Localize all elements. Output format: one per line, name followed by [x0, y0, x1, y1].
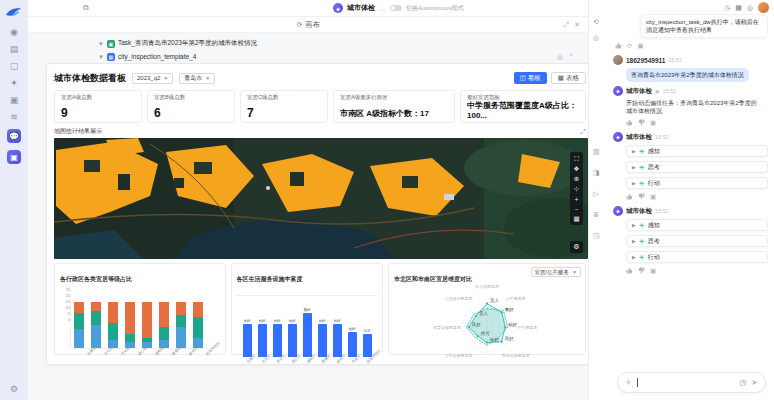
list-tool-icon[interactable]: ≣ [593, 211, 600, 219]
kanban-label: 看板 [528, 74, 541, 83]
collapse-panel-icon[interactable]: ⧉ [83, 3, 89, 13]
thumb-down-icon[interactable] [638, 119, 645, 126]
sidebar-item-agents[interactable]: ▤ [10, 44, 19, 54]
thumb-up-icon[interactable] [626, 119, 633, 126]
user-profile-avatar[interactable] [758, 2, 769, 13]
map-controls[interactable]: ⛶ ❖ ⊕ ⊹ ＋ － ▦ [570, 152, 583, 225]
table-view-button[interactable]: ▦ 表格 [551, 72, 586, 84]
apps-icon[interactable]: ▦ [735, 4, 742, 12]
stacked-bar[interactable] [142, 302, 152, 348]
collapse-icon[interactable]: ⌃ [568, 53, 574, 61]
zoom-out-icon[interactable]: － [573, 204, 580, 213]
thumb-up-icon[interactable] [615, 42, 622, 49]
chevron-down-icon[interactable]: ▼ [98, 54, 104, 60]
sidebar-item-tools[interactable]: ▢ [10, 61, 19, 71]
sidebar-app-tile-2[interactable]: ▣ [7, 150, 21, 164]
stacked-bar[interactable] [193, 302, 203, 348]
bar[interactable]: 最好 [303, 313, 312, 357]
layers-icon[interactable]: ❖ [574, 164, 580, 173]
stacked-bar[interactable] [74, 302, 84, 348]
task-title: Task_查询青岛市2023年第2季度的城市体检情况 [118, 39, 257, 48]
y-axis: 2520151050 [64, 288, 71, 322]
bar[interactable]: 良好 [258, 324, 267, 357]
expand-canvas-icon[interactable]: ⤢ [564, 21, 570, 29]
chat-input[interactable]: ✧ ◷ ➤ [617, 372, 766, 393]
sidebar-item-people[interactable]: ✦ [10, 78, 18, 88]
copy-icon[interactable]: ▣ [637, 42, 643, 49]
thumb-up-icon[interactable] [626, 193, 633, 200]
mode-toggle[interactable] [390, 5, 402, 11]
bar[interactable]: 良好 [318, 324, 327, 357]
chevron-down-icon[interactable]: ▼ [98, 41, 104, 47]
more-options-icon[interactable]: … [379, 5, 386, 12]
run-tool-icon[interactable]: ▷ [593, 190, 600, 198]
stat-value: 7 [247, 107, 321, 119]
settings-gear-icon[interactable]: ⚙ [0, 384, 28, 394]
pin-tool-icon[interactable]: ◨ [593, 169, 600, 177]
kanban-view-button[interactable]: ◫ 看板 [514, 72, 547, 84]
retry-icon[interactable]: ⟳ [627, 42, 632, 49]
thumb-down-icon[interactable] [638, 193, 645, 200]
stacked-bar[interactable] [159, 302, 169, 348]
phone-icon[interactable]: ◷ [724, 4, 730, 12]
bar[interactable]: 尚可 [363, 334, 372, 357]
bar[interactable]: 良好 [273, 324, 282, 357]
map-settings-icon[interactable]: ⚙ [570, 241, 583, 253]
stacked-bar[interactable] [108, 302, 118, 348]
chat-message-list[interactable]: city_inspection_task_dw执行中，请稍后在消息通知中查看执行… [613, 14, 768, 368]
fullscreen-icon[interactable]: ⛶ [574, 154, 579, 163]
step-think[interactable]: ▶ ✳ 思考 [626, 235, 768, 247]
bar[interactable]: 良好 [243, 324, 252, 357]
step-act[interactable]: ▶ ✳ 行动 [626, 177, 768, 189]
stat-card: 最好宜居指标 中学服务范围覆盖度A级占比：100... [460, 90, 586, 123]
map-view[interactable]: ⛶ ❖ ⊕ ⊹ ＋ － ▦ ⚙ [54, 138, 588, 259]
zoom-in-icon[interactable]: ＋ [573, 194, 580, 203]
dashboard-card: 城市体检数据看板 2023_q2 ▼ 青岛市 ▼ ◫ 看板 [46, 63, 588, 365]
step-perceive[interactable]: ▶ ✳ 感知 [626, 219, 768, 231]
main-area: ⧉ ◈ 城市体检 … 切换Autonomous模式 ⟳ 画布 ⤢ ✕ ▼ ▣ T… [28, 0, 588, 400]
copy-icon[interactable]: ▣ [650, 267, 656, 274]
task-row[interactable]: ▼ ▣ Task_查询青岛市2023年第2季度的城市体检情况 [38, 37, 588, 50]
bar[interactable]: 较好 [348, 332, 357, 357]
history-icon[interactable]: ◷ [739, 378, 746, 387]
radar-point [468, 326, 470, 328]
target-icon[interactable]: ◎ [593, 34, 599, 42]
step-perceive[interactable]: ▶ ✳ 感知 [626, 145, 768, 157]
expand-map-icon[interactable]: ⤢ [580, 128, 586, 136]
close-canvas-icon[interactable]: ✕ [574, 21, 580, 29]
thumb-down-icon[interactable] [638, 267, 645, 274]
thumb-up-icon[interactable] [626, 267, 633, 274]
basemap-icon[interactable]: ▦ [573, 214, 579, 223]
step-think[interactable]: ▶ ✳ 思考 [626, 161, 768, 173]
period-select[interactable]: 2023_q2 ▼ [132, 73, 173, 84]
chart-title: 各区生活服务设施丰富度 [237, 276, 303, 282]
bar-segment [142, 302, 152, 337]
stacked-bar[interactable] [176, 302, 186, 348]
chart-tool-icon[interactable]: ▥ [593, 148, 600, 156]
city-select[interactable]: 青岛市 ▼ [179, 73, 215, 84]
send-icon[interactable]: ➤ [751, 378, 758, 387]
skill-icon[interactable]: ✧ [625, 378, 632, 387]
sidebar-item-knowledge[interactable]: ▣ [10, 95, 19, 105]
help-icon[interactable]: ◎ [747, 4, 753, 12]
sidebar-item-data[interactable]: ≋ [10, 112, 18, 122]
bar[interactable]: 良好 [333, 324, 342, 357]
locate-icon[interactable]: ⊕ [574, 174, 579, 183]
sidebar-app-tile-1[interactable]: 💬 [7, 129, 21, 143]
template-row[interactable]: ▼ ▦ city_inspection_template_4 ◎ ⌃ [38, 50, 588, 63]
stacked-bar[interactable] [125, 302, 135, 348]
chevron-down-icon: ▼ [205, 75, 210, 81]
step-act[interactable]: ▶ ✳ 行动 [626, 251, 768, 263]
log-tool-icon[interactable]: ◳ [593, 232, 600, 240]
locate-icon[interactable]: ◎ [557, 53, 563, 61]
sidebar-item-home[interactable]: ◉ [10, 27, 18, 37]
copy-icon[interactable]: ▣ [650, 193, 656, 200]
measure-icon[interactable]: ⊹ [574, 184, 579, 193]
x-axis-labels: 市南区市北区李沧区崂山区城阳区即墨区胶州市西海岸新区 [70, 349, 212, 360]
radar-dimension-select[interactable]: 宜居/公共服务 ▼ [531, 267, 581, 277]
copy-icon[interactable]: ▣ [650, 119, 656, 126]
stacked-bar[interactable] [91, 302, 101, 348]
bar[interactable]: 良好 [288, 324, 297, 357]
bar-segment [74, 313, 84, 330]
refresh-icon[interactable]: ⟲ [593, 18, 599, 26]
